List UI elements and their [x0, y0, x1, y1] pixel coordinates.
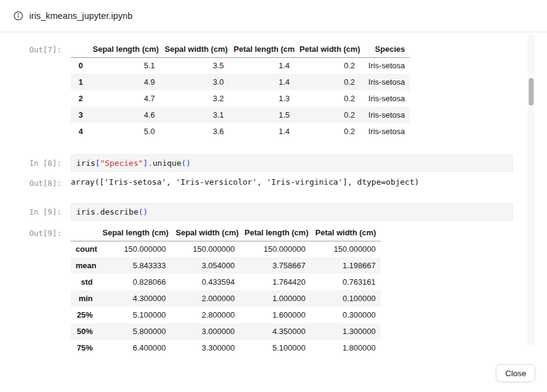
- table-cell: 4.7: [88, 90, 160, 107]
- code-token: (: [181, 159, 186, 168]
- output-label: Out[9]:: [29, 225, 65, 238]
- table-cell: 150.000000: [171, 241, 240, 257]
- input-label: In [9]:: [29, 203, 65, 221]
- table-cell: 5.100000: [240, 340, 310, 354]
- table-cell: 2.800000: [171, 307, 240, 323]
- table-row: 14.93.01.40.2Iris-setosa: [71, 74, 410, 90]
- table-cell: 1.198667: [310, 257, 381, 274]
- iris-head-table: Sepal length (cm)Sepal width (cm)Petal l…: [71, 41, 410, 140]
- table-cell: 1.800000: [310, 340, 381, 354]
- table-cell: 5.800000: [98, 323, 171, 340]
- column-header: Sepal width (cm): [160, 41, 229, 57]
- table-cell: 0.2: [295, 107, 360, 123]
- table-cell: 3.2: [160, 90, 229, 107]
- table-cell: 1.4: [229, 57, 295, 74]
- code-token: iris: [76, 159, 95, 168]
- table-cell: 150.000000: [240, 241, 310, 257]
- table-cell: 3.5: [160, 57, 229, 74]
- code-input[interactable]: iris.describe(): [71, 203, 513, 221]
- table-cell: Iris-setosa: [360, 74, 410, 90]
- code-token: .: [95, 207, 100, 216]
- table-cell: 5.843333: [98, 257, 171, 274]
- row-header: count: [71, 241, 98, 257]
- output-label: Out[7]:: [29, 41, 65, 54]
- file-preview-modal: iris_kmeans_jupyter.ipynb Out[7]: Sepal …: [0, 0, 547, 392]
- column-header: Sepal length (cm): [88, 41, 160, 57]
- column-header: Petal width (cm): [295, 41, 360, 57]
- table-cell: 4.350000: [240, 323, 310, 340]
- table-cell: 5.100000: [98, 307, 171, 323]
- cell-in8: In [8]: iris["Species"].unique(): [29, 154, 513, 172]
- code-token: describe: [100, 207, 138, 216]
- row-header: 75%: [71, 340, 98, 354]
- scrollbar-thumb[interactable]: [529, 78, 534, 105]
- row-header: 4: [71, 123, 88, 140]
- row-header: min: [71, 290, 98, 307]
- code-token: (: [138, 207, 143, 216]
- column-header: Sepal length (cm): [98, 225, 171, 241]
- table-cell: 1.3: [229, 90, 295, 107]
- table-cell: 0.2: [295, 90, 360, 107]
- column-header: Sepal width (cm): [171, 225, 240, 241]
- output-area: array(['Iris-setosa', 'Iris-versicolor',…: [71, 177, 513, 188]
- output-area: Sepal length (cm)Sepal width (cm)Petal l…: [71, 225, 513, 354]
- table-cell: 1.4: [229, 74, 295, 90]
- row-header: 50%: [71, 323, 98, 340]
- table-row: 50%5.8000003.0000004.3500001.300000: [71, 323, 381, 340]
- output-area: Sepal length (cm)Sepal width (cm)Petal l…: [71, 41, 513, 140]
- preview-header: iris_kmeans_jupyter.ipynb: [0, 0, 547, 32]
- table-cell: Iris-setosa: [360, 57, 410, 74]
- code-token: unique: [152, 159, 181, 168]
- column-header: Petal width (cm): [310, 225, 381, 241]
- table-cell: 0.828066: [98, 274, 171, 290]
- table-row: 45.03.61.40.2Iris-setosa: [71, 123, 410, 140]
- table-cell: 150.000000: [310, 241, 381, 257]
- row-header: 3: [71, 107, 88, 123]
- table-row: 75%6.4000003.3000005.1000001.800000: [71, 340, 381, 354]
- table-cell: Iris-setosa: [360, 123, 410, 140]
- code-token: iris: [76, 207, 95, 216]
- table-cell: 1.4: [229, 123, 295, 140]
- column-header: Petal length (cm): [240, 225, 310, 241]
- input-label: In [8]:: [29, 154, 65, 172]
- table-cell: 4.6: [88, 107, 160, 123]
- row-header: std: [71, 274, 98, 290]
- table-header-row: Sepal length (cm)Sepal width (cm)Petal l…: [71, 225, 381, 241]
- table-cell: 1.600000: [240, 307, 310, 323]
- output-label: Out[8]:: [29, 177, 65, 188]
- table-row: 34.63.11.50.2Iris-setosa: [71, 107, 410, 123]
- code-input[interactable]: iris["Species"].unique(): [71, 154, 513, 172]
- table-cell: 0.2: [295, 74, 360, 90]
- row-header: 1: [71, 74, 88, 90]
- table-row: std0.8280660.4335941.7644200.763161: [71, 274, 381, 290]
- table-row: 25%5.1000002.8000001.6000000.300000: [71, 307, 381, 323]
- table-cell: 0.763161: [310, 274, 381, 290]
- table-cell: 3.1: [160, 107, 229, 123]
- column-header: [71, 225, 98, 241]
- table-cell: 1.300000: [310, 323, 381, 340]
- iris-describe-table: Sepal length (cm)Sepal width (cm)Petal l…: [71, 225, 381, 354]
- text-output: array(['Iris-setosa', 'Iris-versicolor',…: [71, 177, 513, 188]
- input-area: iris["Species"].unique(): [71, 154, 513, 172]
- table-row: 24.73.21.30.2Iris-setosa: [71, 90, 410, 107]
- info-icon: [13, 11, 23, 21]
- code-token: ): [143, 207, 148, 216]
- scrollbar[interactable]: [527, 35, 535, 346]
- table-cell: Iris-setosa: [360, 107, 410, 123]
- input-area: iris.describe(): [71, 203, 513, 221]
- table-cell: 4.300000: [98, 290, 171, 307]
- table-row: count150.000000150.000000150.000000150.0…: [71, 241, 381, 257]
- row-header: 2: [71, 90, 88, 107]
- table-cell: 3.300000: [171, 340, 240, 354]
- table-cell: 1.5: [229, 107, 295, 123]
- notebook-content: Out[7]: Sepal length (cm)Sepal width (cm…: [0, 32, 513, 354]
- table-cell: 0.2: [295, 57, 360, 74]
- close-button[interactable]: Close: [496, 364, 535, 382]
- table-cell: 5.0: [88, 123, 160, 140]
- table-cell: 150.000000: [98, 241, 171, 257]
- file-title: iris_kmeans_jupyter.ipynb: [29, 11, 132, 21]
- code-token: ): [186, 159, 191, 168]
- table-cell: 0.300000: [310, 307, 381, 323]
- table-header-row: Sepal length (cm)Sepal width (cm)Petal l…: [71, 41, 410, 57]
- cell-out9: Out[9]: Sepal length (cm)Sepal width (cm…: [29, 225, 513, 354]
